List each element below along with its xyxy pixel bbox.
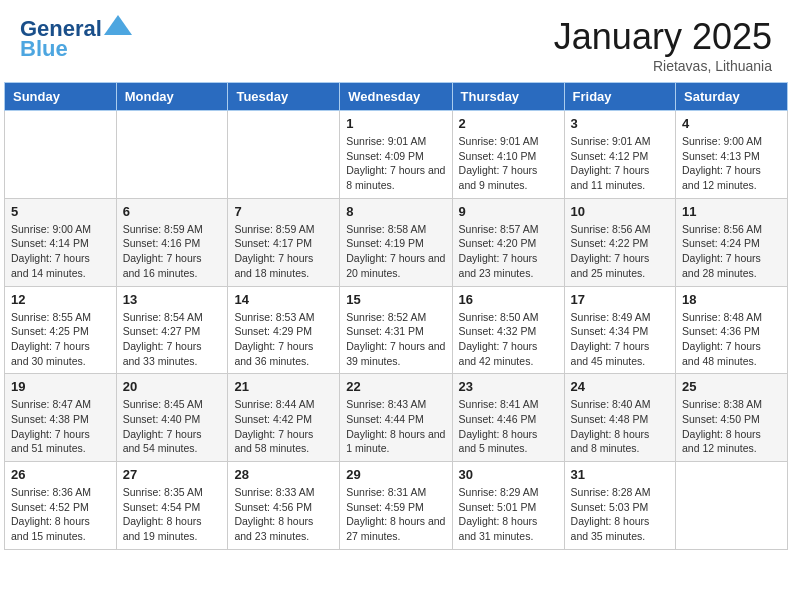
day-number: 3 [571,116,669,131]
svg-marker-0 [104,15,132,35]
day-info: Sunrise: 8:40 AM Sunset: 4:48 PM Dayligh… [571,397,669,456]
day-info: Sunrise: 8:35 AM Sunset: 4:54 PM Dayligh… [123,485,222,544]
day-number: 2 [459,116,558,131]
day-info: Sunrise: 9:00 AM Sunset: 4:14 PM Dayligh… [11,222,110,281]
calendar-cell: 12Sunrise: 8:55 AM Sunset: 4:25 PM Dayli… [5,286,117,374]
day-number: 6 [123,204,222,219]
calendar-cell: 30Sunrise: 8:29 AM Sunset: 5:01 PM Dayli… [452,462,564,550]
day-info: Sunrise: 8:33 AM Sunset: 4:56 PM Dayligh… [234,485,333,544]
calendar-cell: 22Sunrise: 8:43 AM Sunset: 4:44 PM Dayli… [340,374,452,462]
weekday-header-friday: Friday [564,83,675,111]
day-info: Sunrise: 8:56 AM Sunset: 4:22 PM Dayligh… [571,222,669,281]
calendar-cell: 6Sunrise: 8:59 AM Sunset: 4:16 PM Daylig… [116,198,228,286]
calendar-cell: 31Sunrise: 8:28 AM Sunset: 5:03 PM Dayli… [564,462,675,550]
day-info: Sunrise: 8:57 AM Sunset: 4:20 PM Dayligh… [459,222,558,281]
day-number: 16 [459,292,558,307]
day-number: 29 [346,467,445,482]
location-subtitle: Rietavas, Lithuania [554,58,772,74]
day-number: 15 [346,292,445,307]
logo-icon [104,15,132,35]
day-number: 9 [459,204,558,219]
calendar-cell [228,111,340,199]
day-number: 13 [123,292,222,307]
day-number: 21 [234,379,333,394]
logo-blue: Blue [20,36,68,62]
calendar-cell: 1Sunrise: 9:01 AM Sunset: 4:09 PM Daylig… [340,111,452,199]
day-info: Sunrise: 8:54 AM Sunset: 4:27 PM Dayligh… [123,310,222,369]
day-info: Sunrise: 8:44 AM Sunset: 4:42 PM Dayligh… [234,397,333,456]
day-number: 23 [459,379,558,394]
calendar-cell: 2Sunrise: 9:01 AM Sunset: 4:10 PM Daylig… [452,111,564,199]
day-info: Sunrise: 8:43 AM Sunset: 4:44 PM Dayligh… [346,397,445,456]
day-number: 4 [682,116,781,131]
calendar-cell: 8Sunrise: 8:58 AM Sunset: 4:19 PM Daylig… [340,198,452,286]
weekday-header-wednesday: Wednesday [340,83,452,111]
calendar-cell: 26Sunrise: 8:36 AM Sunset: 4:52 PM Dayli… [5,462,117,550]
weekday-header-thursday: Thursday [452,83,564,111]
day-number: 11 [682,204,781,219]
calendar-week-5: 26Sunrise: 8:36 AM Sunset: 4:52 PM Dayli… [5,462,788,550]
calendar-cell: 7Sunrise: 8:59 AM Sunset: 4:17 PM Daylig… [228,198,340,286]
day-number: 22 [346,379,445,394]
day-info: Sunrise: 8:36 AM Sunset: 4:52 PM Dayligh… [11,485,110,544]
day-number: 5 [11,204,110,219]
calendar-cell: 10Sunrise: 8:56 AM Sunset: 4:22 PM Dayli… [564,198,675,286]
day-info: Sunrise: 8:56 AM Sunset: 4:24 PM Dayligh… [682,222,781,281]
day-info: Sunrise: 8:38 AM Sunset: 4:50 PM Dayligh… [682,397,781,456]
day-info: Sunrise: 8:50 AM Sunset: 4:32 PM Dayligh… [459,310,558,369]
day-number: 17 [571,292,669,307]
calendar-cell: 20Sunrise: 8:45 AM Sunset: 4:40 PM Dayli… [116,374,228,462]
day-info: Sunrise: 8:41 AM Sunset: 4:46 PM Dayligh… [459,397,558,456]
weekday-header-monday: Monday [116,83,228,111]
day-info: Sunrise: 8:31 AM Sunset: 4:59 PM Dayligh… [346,485,445,544]
day-info: Sunrise: 8:52 AM Sunset: 4:31 PM Dayligh… [346,310,445,369]
calendar-cell: 18Sunrise: 8:48 AM Sunset: 4:36 PM Dayli… [676,286,788,374]
calendar-cell: 24Sunrise: 8:40 AM Sunset: 4:48 PM Dayli… [564,374,675,462]
day-info: Sunrise: 8:55 AM Sunset: 4:25 PM Dayligh… [11,310,110,369]
day-number: 1 [346,116,445,131]
calendar-cell: 5Sunrise: 9:00 AM Sunset: 4:14 PM Daylig… [5,198,117,286]
day-number: 24 [571,379,669,394]
day-number: 28 [234,467,333,482]
day-number: 12 [11,292,110,307]
calendar-cell: 25Sunrise: 8:38 AM Sunset: 4:50 PM Dayli… [676,374,788,462]
calendar-cell: 19Sunrise: 8:47 AM Sunset: 4:38 PM Dayli… [5,374,117,462]
calendar-cell: 14Sunrise: 8:53 AM Sunset: 4:29 PM Dayli… [228,286,340,374]
day-number: 7 [234,204,333,219]
calendar-cell: 29Sunrise: 8:31 AM Sunset: 4:59 PM Dayli… [340,462,452,550]
day-info: Sunrise: 8:59 AM Sunset: 4:17 PM Dayligh… [234,222,333,281]
calendar-table: SundayMondayTuesdayWednesdayThursdayFrid… [4,82,788,550]
day-number: 27 [123,467,222,482]
day-info: Sunrise: 8:47 AM Sunset: 4:38 PM Dayligh… [11,397,110,456]
calendar-cell: 28Sunrise: 8:33 AM Sunset: 4:56 PM Dayli… [228,462,340,550]
calendar-cell: 27Sunrise: 8:35 AM Sunset: 4:54 PM Dayli… [116,462,228,550]
day-info: Sunrise: 8:45 AM Sunset: 4:40 PM Dayligh… [123,397,222,456]
day-number: 10 [571,204,669,219]
calendar-week-1: 1Sunrise: 9:01 AM Sunset: 4:09 PM Daylig… [5,111,788,199]
day-info: Sunrise: 9:01 AM Sunset: 4:12 PM Dayligh… [571,134,669,193]
day-info: Sunrise: 9:00 AM Sunset: 4:13 PM Dayligh… [682,134,781,193]
day-info: Sunrise: 9:01 AM Sunset: 4:09 PM Dayligh… [346,134,445,193]
day-info: Sunrise: 9:01 AM Sunset: 4:10 PM Dayligh… [459,134,558,193]
day-info: Sunrise: 8:29 AM Sunset: 5:01 PM Dayligh… [459,485,558,544]
calendar-cell [5,111,117,199]
day-number: 31 [571,467,669,482]
logo: General Blue [20,16,132,62]
day-number: 18 [682,292,781,307]
day-info: Sunrise: 8:59 AM Sunset: 4:16 PM Dayligh… [123,222,222,281]
calendar-cell: 15Sunrise: 8:52 AM Sunset: 4:31 PM Dayli… [340,286,452,374]
calendar-cell: 11Sunrise: 8:56 AM Sunset: 4:24 PM Dayli… [676,198,788,286]
calendar-cell: 21Sunrise: 8:44 AM Sunset: 4:42 PM Dayli… [228,374,340,462]
calendar-cell: 4Sunrise: 9:00 AM Sunset: 4:13 PM Daylig… [676,111,788,199]
day-info: Sunrise: 8:58 AM Sunset: 4:19 PM Dayligh… [346,222,445,281]
calendar-cell: 3Sunrise: 9:01 AM Sunset: 4:12 PM Daylig… [564,111,675,199]
day-number: 14 [234,292,333,307]
title-block: January 2025 Rietavas, Lithuania [554,16,772,74]
day-number: 19 [11,379,110,394]
day-number: 20 [123,379,222,394]
day-number: 26 [11,467,110,482]
calendar-cell [116,111,228,199]
month-title: January 2025 [554,16,772,58]
day-number: 30 [459,467,558,482]
calendar-cell [676,462,788,550]
